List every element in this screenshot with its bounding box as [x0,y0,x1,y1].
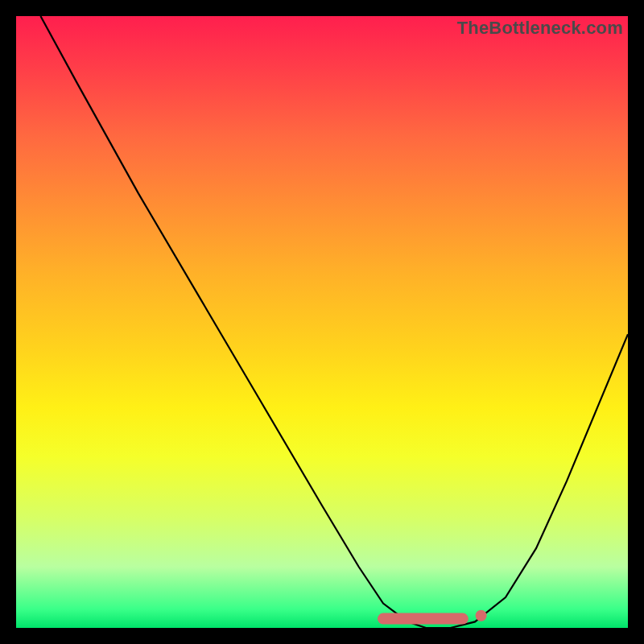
plot-area: TheBottleneck.com [16,16,628,628]
chart-frame: TheBottleneck.com [16,16,628,628]
watermark-text: TheBottleneck.com [457,18,623,39]
background-gradient [16,16,628,628]
